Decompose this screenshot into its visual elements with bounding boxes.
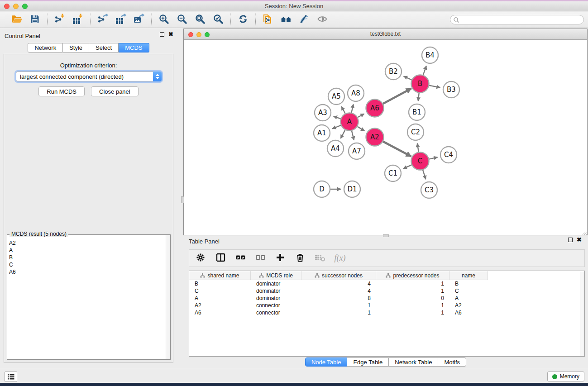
hide-all-columns-button[interactable] (254, 252, 266, 265)
table-cell[interactable]: A6 (449, 309, 488, 316)
search-input[interactable] (459, 17, 583, 23)
table-cell[interactable]: 1 (376, 287, 449, 295)
node-A1[interactable]: A1 (314, 125, 330, 141)
edge-B-B2[interactable] (404, 76, 412, 80)
edge-A6-B[interactable] (383, 89, 411, 104)
node-A5[interactable]: A5 (328, 88, 344, 105)
table-cell[interactable]: 1 (301, 302, 376, 309)
show-all-columns-button[interactable] (234, 252, 246, 265)
node-C1[interactable]: C1 (385, 165, 401, 181)
node-B2[interactable]: B2 (385, 63, 402, 80)
edge-A-A5[interactable] (342, 106, 345, 114)
search-box[interactable] (450, 15, 584, 24)
first-neighbors-button[interactable] (278, 13, 294, 27)
table-cell[interactable]: A2 (449, 302, 488, 309)
tab-network-table[interactable]: Network Table (389, 357, 438, 367)
edge-A2-C[interactable] (383, 142, 411, 157)
edge-C-C1[interactable] (403, 165, 412, 168)
edge-B-B3[interactable] (429, 86, 440, 88)
table-cell[interactable]: 4 (301, 280, 376, 287)
refresh-layout-button[interactable] (235, 13, 251, 27)
table-cell[interactable]: 1 (376, 309, 449, 316)
zoom-selected-button[interactable] (210, 13, 226, 27)
network-canvas[interactable]: AA1A2A3A4A5A6A7A8BB1B2B3B4CC1C2C3C4DD1 (184, 40, 587, 235)
column-view-button[interactable] (215, 252, 226, 265)
table-cell[interactable]: 8 (301, 295, 376, 302)
edge-B-B1[interactable] (418, 93, 419, 101)
table-scrollbar[interactable] (580, 272, 584, 356)
export-network-button[interactable] (95, 13, 110, 27)
close-panel-button[interactable]: Close panel (91, 86, 139, 96)
zoom-fit-button[interactable] (192, 13, 208, 27)
table-cell[interactable]: dominator (251, 280, 301, 287)
export-image-button[interactable] (131, 13, 147, 27)
result-item[interactable]: C (9, 261, 165, 268)
network-from-selection-button[interactable] (260, 13, 276, 27)
edge-A-A2[interactable] (358, 127, 365, 131)
zoom-in-button[interactable] (156, 13, 172, 27)
edge-A-A4[interactable] (341, 130, 345, 138)
table-cell[interactable]: dominator (251, 287, 301, 295)
table-cell[interactable]: B (189, 280, 251, 287)
tab-select[interactable]: Select (89, 43, 119, 52)
node-A2[interactable]: A2 (366, 129, 384, 146)
table-row[interactable]: Adominator80A (189, 295, 584, 302)
node-B3[interactable]: B3 (443, 81, 459, 98)
mcds-result-list[interactable]: A2ABCA6 (9, 239, 165, 358)
table-cell[interactable]: A2 (189, 302, 251, 309)
edge-A-A8[interactable] (351, 104, 353, 113)
tab-network[interactable]: Network (28, 43, 63, 52)
export-table-button[interactable] (113, 13, 129, 27)
column-header-successor-nodes[interactable]: successor nodes (301, 271, 376, 280)
edge-A-A7[interactable] (352, 131, 354, 140)
node-A7[interactable]: A7 (349, 143, 365, 159)
table-cell[interactable]: connector (251, 309, 301, 316)
table-settings-button[interactable] (195, 252, 206, 265)
tab-node-table[interactable]: Node Table (305, 357, 348, 367)
node-D1[interactable]: D1 (344, 181, 360, 197)
hide-details-button[interactable] (296, 13, 312, 27)
node-C4[interactable]: C4 (440, 147, 457, 163)
edge-A-A3[interactable] (334, 116, 341, 119)
import-table-button[interactable] (70, 13, 86, 27)
resize-grip-icon[interactable] (582, 229, 587, 234)
table-cell[interactable]: 1 (301, 309, 376, 316)
node-A[interactable]: A (341, 113, 359, 131)
float-panel-icon[interactable] (160, 32, 164, 37)
delete-column-button[interactable] (294, 252, 306, 265)
column-header-predecessor-nodes[interactable]: predecessor nodes (376, 271, 449, 280)
tab-motifs[interactable]: Motifs (438, 357, 466, 367)
tab-style[interactable]: Style (63, 43, 89, 52)
table-row[interactable]: A2connector11A2 (189, 302, 584, 309)
node-A3[interactable]: A3 (315, 105, 331, 121)
table-cell[interactable]: A6 (189, 309, 251, 316)
node-A6[interactable]: A6 (366, 100, 384, 117)
node-C3[interactable]: C3 (421, 182, 437, 198)
table-cell[interactable]: A (189, 295, 251, 302)
node-D[interactable]: D (314, 181, 330, 197)
column-header-MCDS-role[interactable]: MCDS role (251, 271, 301, 280)
table-row[interactable]: Cdominator41C (189, 287, 584, 295)
table-cell[interactable]: dominator (251, 295, 301, 302)
tab-mcds[interactable]: MCDS (119, 43, 149, 52)
table-cell[interactable]: A (449, 295, 488, 302)
result-item[interactable]: A6 (9, 268, 165, 276)
zoom-out-button[interactable] (174, 13, 190, 27)
table-cell[interactable]: 0 (376, 295, 449, 302)
panel-splitter-handle[interactable] (181, 196, 184, 203)
tab-edge-table[interactable]: Edge Table (347, 357, 389, 367)
result-item[interactable]: A (9, 247, 165, 254)
edge-B-B4[interactable] (423, 66, 426, 75)
node-C2[interactable]: C2 (407, 124, 424, 140)
table-cell[interactable]: B (449, 280, 488, 287)
node-A4[interactable]: A4 (327, 140, 344, 157)
main-titlebar[interactable]: Session: New Session (0, 1, 588, 11)
table-cell[interactable]: C (189, 287, 251, 295)
import-network-button[interactable] (52, 13, 67, 27)
table-cell[interactable]: C (449, 287, 488, 295)
edge-A-A6[interactable] (358, 114, 364, 118)
optimization-criterion-select[interactable]: largest connected component (directed) (16, 71, 162, 81)
edge-C-C3[interactable] (423, 170, 425, 180)
memory-button[interactable]: Memory (547, 372, 584, 381)
network-window-titlebar[interactable]: testGlobe.txt (184, 29, 587, 40)
